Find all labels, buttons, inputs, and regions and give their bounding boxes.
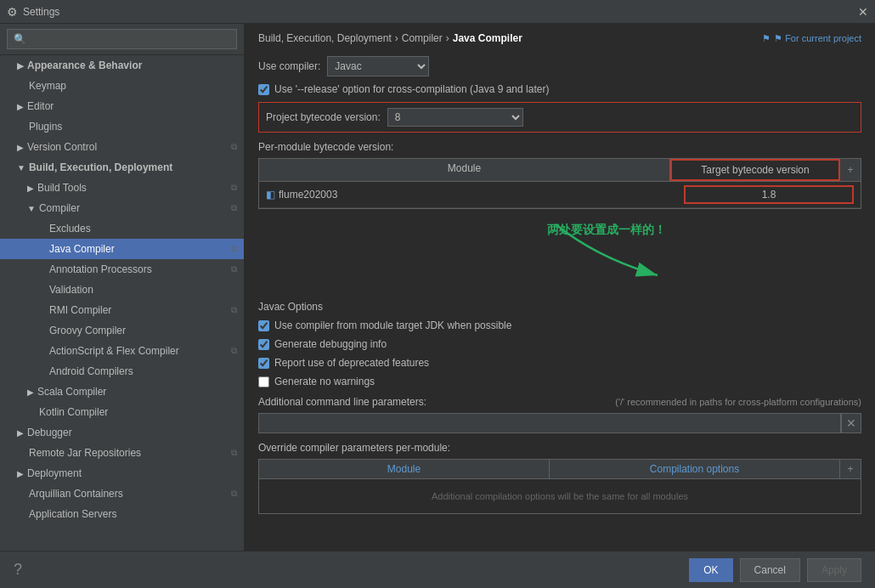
project-link[interactable]: ⚑ ⚑ For current project xyxy=(762,33,861,44)
apply-button[interactable]: Apply xyxy=(807,558,861,582)
sidebar-item-label: RMI Compiler xyxy=(37,304,228,316)
table-header-module: Module xyxy=(259,159,670,181)
cmd-line-row: Additional command line parameters: ('/'… xyxy=(258,396,861,408)
cmd-clear-button[interactable]: ✕ xyxy=(841,413,861,433)
cross-compile-checkbox[interactable] xyxy=(258,84,269,95)
cmd-line-label: Additional command line parameters: xyxy=(258,396,426,408)
search-input[interactable] xyxy=(7,29,237,49)
chevron-right-icon: ▶ xyxy=(17,428,24,438)
sidebar-item-label: Editor xyxy=(27,100,237,112)
sidebar-item-validation[interactable]: Validation xyxy=(0,280,244,300)
sidebar-item-label: Keymap xyxy=(17,80,237,92)
module-name: flume202003 xyxy=(279,189,337,201)
javac-options: Use compiler from module target JDK when… xyxy=(258,319,861,387)
annotation-container: 两处要设置成一样的！ xyxy=(258,216,861,292)
ok-button[interactable]: OK xyxy=(689,558,732,582)
sidebar-item-editor[interactable]: ▶ Editor xyxy=(0,96,244,116)
per-module-table: Module Target bytecode version + ◧ flume… xyxy=(258,158,861,209)
sidebar-item-arquillian[interactable]: Arquillian Containers ⧉ xyxy=(0,483,244,504)
table-add-button[interactable]: + xyxy=(840,159,861,181)
annotation-text: 两处要设置成一样的！ xyxy=(547,223,666,238)
sidebar-item-actionscript-compiler[interactable]: ActionScript & Flex Compiler ⧉ xyxy=(0,341,244,361)
javac-option-1-label: Use compiler from module target JDK when… xyxy=(274,319,511,331)
sidebar-item-plugins[interactable]: Plugins xyxy=(0,116,244,137)
javac-option-3-checkbox[interactable] xyxy=(258,358,269,369)
sidebar-item-label: Validation xyxy=(37,284,237,296)
javac-option-2-checkbox[interactable] xyxy=(258,339,269,350)
version-cell: 1.8 xyxy=(684,185,854,204)
override-empty-text: Additional compilation options will be t… xyxy=(432,491,688,501)
copy-icon: ⧉ xyxy=(231,183,237,193)
close-button[interactable]: ✕ xyxy=(858,5,868,19)
sidebar-item-remote-jar[interactable]: Remote Jar Repositories ⧉ xyxy=(0,443,244,463)
sidebar-item-annotation-processors[interactable]: Annotation Processors ⧉ xyxy=(0,259,244,280)
sidebar-item-compiler[interactable]: ▼ Compiler ⧉ xyxy=(0,198,244,218)
sidebar-item-build-tools[interactable]: ▶ Build Tools ⧉ xyxy=(0,178,244,198)
override-empty-message: Additional compilation options will be t… xyxy=(259,479,861,513)
help-button[interactable]: ? xyxy=(14,561,22,579)
sidebar-item-rmi-compiler[interactable]: RMI Compiler ⧉ xyxy=(0,300,244,320)
module-cell: ◧ flume202003 xyxy=(266,189,684,201)
javac-option-1-checkbox[interactable] xyxy=(258,320,269,331)
sidebar-item-java-compiler[interactable]: Java Compiler ⧉ xyxy=(0,239,244,259)
sidebar-item-debugger[interactable]: ▶ Debugger xyxy=(0,422,244,443)
sidebar-item-label: Appearance & Behavior xyxy=(27,59,237,71)
copy-icon: ⧉ xyxy=(231,264,237,274)
project-link-icon: ⚑ xyxy=(762,33,771,44)
sidebar-item-label: Android Compilers xyxy=(37,365,237,377)
sidebar-item-kotlin-compiler[interactable]: Kotlin Compiler xyxy=(0,402,244,422)
bytecode-section: Project bytecode version: 8 11 17 xyxy=(258,102,861,133)
bytecode-select[interactable]: 8 11 17 xyxy=(387,108,523,127)
breadcrumb-current: Java Compiler xyxy=(453,32,522,44)
bytecode-label: Project bytecode version: xyxy=(266,111,381,123)
sidebar-item-deployment[interactable]: ▶ Deployment xyxy=(0,463,244,483)
sidebar-item-appearance[interactable]: ▶ Appearance & Behavior xyxy=(0,55,244,76)
table-row: ◧ flume202003 1.8 xyxy=(259,182,861,208)
project-link-label: ⚑ For current project xyxy=(774,33,861,44)
chevron-right-icon: ▶ xyxy=(17,469,24,478)
sidebar-item-scala-compiler[interactable]: ▶ Scala Compiler xyxy=(0,382,244,402)
sidebar-item-label: Scala Compiler xyxy=(37,386,237,398)
copy-icon: ⧉ xyxy=(231,305,237,315)
breadcrumb-build: Build, Execution, Deployment xyxy=(258,32,392,44)
override-add-button[interactable]: + xyxy=(840,460,861,478)
sidebar-item-excludes[interactable]: Excludes xyxy=(0,218,244,239)
sidebar-item-version-control[interactable]: ▶ Version Control ⧉ xyxy=(0,137,244,157)
cross-compile-label: Use '--release' option for cross-compila… xyxy=(274,83,549,95)
sidebar-item-label: Groovy Compiler xyxy=(37,325,237,336)
chevron-down-icon: ▼ xyxy=(17,163,25,172)
javac-option-1: Use compiler from module target JDK when… xyxy=(258,319,861,331)
copy-icon: ⧉ xyxy=(231,448,237,458)
sidebar-item-label: Debugger xyxy=(27,427,237,438)
copy-icon: ⧉ xyxy=(231,489,237,499)
sidebar-item-label: Deployment xyxy=(27,467,237,479)
cancel-button[interactable]: Cancel xyxy=(740,558,800,582)
sidebar-item-android-compilers[interactable]: Android Compilers xyxy=(0,361,244,382)
copy-icon: ⧉ xyxy=(231,203,237,213)
override-header-options: Compilation options xyxy=(550,460,840,478)
table-header: Module Target bytecode version + xyxy=(259,159,861,182)
override-table-header: Module Compilation options + xyxy=(259,460,861,479)
sidebar-item-groovy-compiler[interactable]: Groovy Compiler xyxy=(0,320,244,341)
search-box[interactable]: 🔍 xyxy=(0,24,244,55)
title-bar: ⚙ Settings ✕ xyxy=(0,0,875,24)
compiler-select[interactable]: Javac Eclipse Ajc xyxy=(327,56,429,76)
sidebar-item-app-servers[interactable]: Application Servers xyxy=(0,504,244,524)
sidebar-item-label: Build Tools xyxy=(37,182,228,194)
sidebar-item-build-execution[interactable]: ▼ Build, Execution, Deployment xyxy=(0,157,244,178)
sidebar-item-label: Compiler xyxy=(39,202,228,214)
sidebar-item-label: Remote Jar Repositories xyxy=(17,447,228,459)
sidebar-item-label: Annotation Processors xyxy=(37,263,228,275)
sidebar-item-label: Kotlin Compiler xyxy=(27,406,237,418)
sidebar-item-label: Excludes xyxy=(37,223,237,235)
table-header-version: Target bytecode version xyxy=(670,159,840,181)
sidebar-item-keymap[interactable]: Keymap xyxy=(0,76,244,96)
cmd-input[interactable] xyxy=(258,413,841,433)
sidebar-item-label: Plugins xyxy=(17,121,237,133)
javac-option-4: Generate no warnings xyxy=(258,376,861,387)
chevron-right-icon: ▶ xyxy=(17,102,24,111)
sidebar-item-label: ActionScript & Flex Compiler xyxy=(37,345,228,357)
sidebar-item-label: Java Compiler xyxy=(37,243,228,255)
javac-option-4-checkbox[interactable] xyxy=(258,376,269,387)
sidebar-item-label: Application Servers xyxy=(17,508,237,520)
